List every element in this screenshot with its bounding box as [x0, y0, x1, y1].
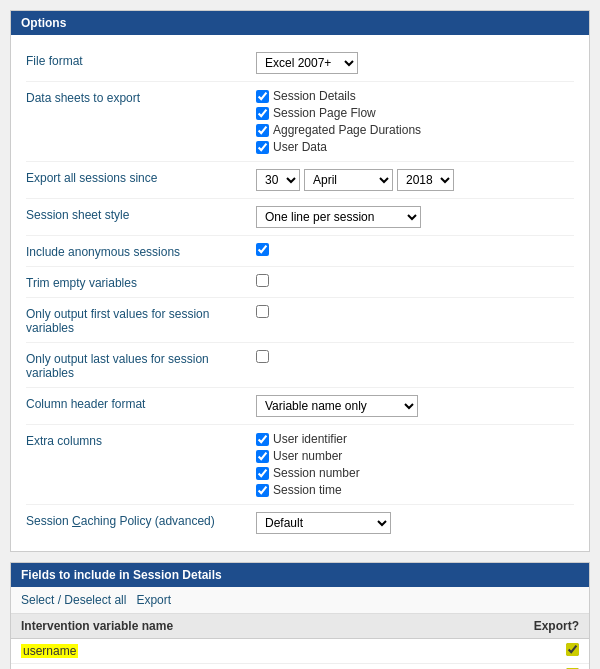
export-since-row: Export all sessions since 12371430 Janua…: [26, 162, 574, 199]
data-sheets-control: Session Details Session Page Flow Aggreg…: [256, 89, 574, 154]
extra-cols-checkboxes: User identifier User number Session numb…: [256, 432, 574, 497]
extra-cols-row: Extra columns User identifier User numbe…: [26, 425, 574, 505]
highlighted-variable: username: [21, 644, 78, 658]
session-time-checkbox[interactable]: [256, 484, 269, 497]
session-time-item[interactable]: Session time: [256, 483, 574, 497]
fields-toolbar: Select / Deselect all Export: [11, 587, 589, 614]
last-values-control: [256, 350, 574, 366]
trim-empty-row: Trim empty variables: [26, 267, 574, 298]
last-values-checkbox[interactable]: [256, 350, 269, 363]
data-sheets-checkboxes: Session Details Session Page Flow Aggreg…: [256, 89, 574, 154]
fields-table-head: Intervention variable name Export?: [11, 614, 589, 639]
first-values-row: Only output first values for session var…: [26, 298, 574, 343]
col-header-row: Column header format Variable name only …: [26, 388, 574, 425]
options-panel-title: Options: [21, 16, 66, 30]
extra-cols-label: Extra columns: [26, 432, 256, 448]
user-data-label: User Data: [273, 140, 327, 154]
trim-empty-label: Trim empty variables: [26, 274, 256, 290]
last-values-label: Only output last values for session vari…: [26, 350, 256, 380]
user-number-label: User number: [273, 449, 342, 463]
fields-panel-title: Fields to include in Session Details: [21, 568, 222, 582]
export-cell: [430, 639, 589, 664]
options-panel-body: File format Excel 2007+ CSV Tab-delimite…: [11, 35, 589, 551]
export-link[interactable]: Export: [136, 593, 171, 607]
first-values-control: [256, 305, 574, 321]
session-page-flow-checkbox[interactable]: [256, 107, 269, 120]
anon-sessions-control: [256, 243, 574, 259]
date-selects: 12371430 JanuaryFebruaryMarchApril MayJu…: [256, 169, 574, 191]
session-number-checkbox[interactable]: [256, 467, 269, 480]
user-number-checkbox[interactable]: [256, 450, 269, 463]
first-values-label: Only output first values for session var…: [26, 305, 256, 335]
user-data-checkbox[interactable]: [256, 141, 269, 154]
export-since-label: Export all sessions since: [26, 169, 256, 185]
data-sheets-label: Data sheets to export: [26, 89, 256, 105]
session-style-select[interactable]: One line per session Multiple lines per …: [256, 206, 421, 228]
session-time-label: Session time: [273, 483, 342, 497]
trim-empty-control: [256, 274, 574, 290]
user-identifier-checkbox[interactable]: [256, 433, 269, 446]
session-details-checkbox[interactable]: [256, 90, 269, 103]
data-sheets-row: Data sheets to export Session Details Se…: [26, 82, 574, 162]
session-details-item[interactable]: Session Details: [256, 89, 574, 103]
aggregated-page-item[interactable]: Aggregated Page Durations: [256, 123, 574, 137]
fields-panel: Fields to include in Session Details Sel…: [10, 562, 590, 669]
aggregated-page-label: Aggregated Page Durations: [273, 123, 421, 137]
export-col-header: Export?: [430, 614, 589, 639]
session-style-row: Session sheet style One line per session…: [26, 199, 574, 236]
session-details-label: Session Details: [273, 89, 356, 103]
session-style-label: Session sheet style: [26, 206, 256, 222]
first-values-checkbox[interactable]: [256, 305, 269, 318]
caching-policy-label: Session Caching Policy (advanced): [26, 512, 256, 528]
anon-sessions-row: Include anonymous sessions: [26, 236, 574, 267]
session-page-flow-label: Session Page Flow: [273, 106, 376, 120]
day-select[interactable]: 12371430: [256, 169, 300, 191]
session-page-flow-item[interactable]: Session Page Flow: [256, 106, 574, 120]
variable-name-cell: username: [11, 639, 430, 664]
aggregated-page-checkbox[interactable]: [256, 124, 269, 137]
anon-sessions-checkbox[interactable]: [256, 243, 269, 256]
caching-policy-control: Default Always recalculate Cache aggress…: [256, 512, 574, 534]
table-row: fname: [11, 664, 589, 670]
fields-table: Intervention variable name Export? usern…: [11, 614, 589, 669]
file-format-label: File format: [26, 52, 256, 68]
export-since-control: 12371430 JanuaryFebruaryMarchApril MayJu…: [256, 169, 574, 191]
last-values-row: Only output last values for session vari…: [26, 343, 574, 388]
fields-panel-header: Fields to include in Session Details: [11, 563, 589, 587]
user-identifier-label: User identifier: [273, 432, 347, 446]
options-panel: Options File format Excel 2007+ CSV Tab-…: [10, 10, 590, 552]
file-format-row: File format Excel 2007+ CSV Tab-delimite…: [26, 45, 574, 82]
month-select[interactable]: JanuaryFebruaryMarchApril MayJuneJulyAug…: [304, 169, 393, 191]
variable-name-col-header: Intervention variable name: [11, 614, 430, 639]
col-header-label: Column header format: [26, 395, 256, 411]
anon-sessions-label: Include anonymous sessions: [26, 243, 256, 259]
col-header-select[interactable]: Variable name only Label only Label and …: [256, 395, 418, 417]
user-number-item[interactable]: User number: [256, 449, 574, 463]
select-deselect-all-link[interactable]: Select / Deselect all: [21, 593, 126, 607]
options-panel-header: Options: [11, 11, 589, 35]
session-number-label: Session number: [273, 466, 360, 480]
table-row: username: [11, 639, 589, 664]
session-number-item[interactable]: Session number: [256, 466, 574, 480]
fields-table-header-row: Intervention variable name Export?: [11, 614, 589, 639]
extra-cols-control: User identifier User number Session numb…: [256, 432, 574, 497]
col-header-control: Variable name only Label only Label and …: [256, 395, 574, 417]
year-select[interactable]: 2016201720182019: [397, 169, 454, 191]
export-checkbox[interactable]: [566, 643, 579, 656]
file-format-select[interactable]: Excel 2007+ CSV Tab-delimited: [256, 52, 358, 74]
fields-table-body: usernamefnamesec_1wksec_2wksec_3wksec_4w…: [11, 639, 589, 670]
caching-policy-row: Session Caching Policy (advanced) Defaul…: [26, 505, 574, 541]
caching-policy-select[interactable]: Default Always recalculate Cache aggress…: [256, 512, 391, 534]
export-cell: [430, 664, 589, 670]
user-identifier-item[interactable]: User identifier: [256, 432, 574, 446]
trim-empty-checkbox[interactable]: [256, 274, 269, 287]
session-style-control: One line per session Multiple lines per …: [256, 206, 574, 228]
file-format-control: Excel 2007+ CSV Tab-delimited: [256, 52, 574, 74]
user-data-item[interactable]: User Data: [256, 140, 574, 154]
variable-name-cell: fname: [11, 664, 430, 670]
